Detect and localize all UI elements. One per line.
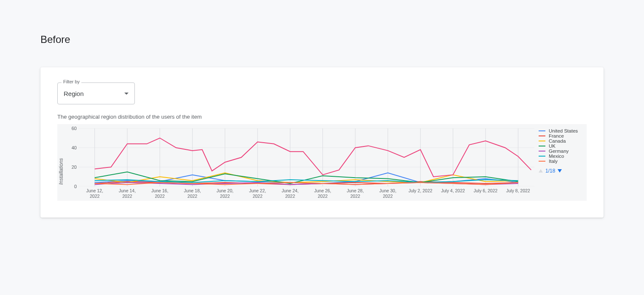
legend-label: France [549, 133, 564, 138]
filter-value: Region [64, 90, 84, 97]
legend-item[interactable]: Canada [539, 138, 584, 144]
legend-label: United States [549, 128, 578, 133]
x-tick: July 2, 2022 [408, 188, 432, 194]
legend-swatch [539, 161, 545, 162]
x-tick: June 24, 2022 [282, 188, 298, 199]
legend-item[interactable]: United States [539, 128, 584, 133]
series-line-top [95, 138, 531, 177]
x-tick: June 18, 2022 [184, 188, 201, 199]
pager-down-icon[interactable] [558, 169, 562, 173]
x-tick: June 14, 2022 [119, 188, 136, 199]
page-title: Before [40, 34, 604, 45]
legend-swatch [539, 130, 545, 131]
chart-card: Filter by Region The geographical region… [40, 67, 604, 218]
legend-swatch [539, 141, 545, 141]
x-axis: June 12, 2022June 14, 2022June 16, 2022J… [78, 186, 534, 199]
x-tick: June 30, 2022 [379, 188, 396, 199]
legend: United StatesFranceCanadaUKGermanyMexico… [534, 128, 584, 199]
y-axis-label: Installations [57, 128, 66, 199]
legend-item[interactable]: Italy [539, 159, 584, 164]
legend-item[interactable]: France [539, 133, 584, 138]
x-tick: July 4, 2022 [441, 188, 465, 194]
y-tick: 20 [72, 165, 77, 170]
legend-item[interactable]: Germany [539, 149, 584, 154]
pager-label: 1/18 [545, 168, 555, 174]
legend-swatch [539, 156, 545, 157]
x-tick: June 26, 2022 [314, 188, 331, 199]
filter-select[interactable]: Region [57, 82, 135, 104]
legend-label: Germany [549, 149, 569, 154]
legend-item[interactable]: Mexico [539, 154, 584, 159]
legend-label: UK [549, 144, 555, 149]
x-tick: June 20, 2022 [217, 188, 233, 199]
y-tick: 60 [72, 126, 77, 131]
pager-up-icon [539, 169, 543, 173]
legend-label: Mexico [549, 154, 564, 159]
x-tick: June 28, 2022 [347, 188, 364, 199]
legend-label: Italy [549, 159, 558, 164]
x-tick: June 12, 2022 [86, 188, 103, 199]
x-tick: June 16, 2022 [151, 188, 168, 199]
legend-swatch [539, 146, 545, 146]
legend-pager: 1/18 [539, 168, 584, 174]
plot-area: 0204060 [78, 128, 534, 186]
chart-description: The geographical region distribution of … [57, 114, 587, 120]
x-tick: June 22, 2022 [249, 188, 266, 199]
y-tick: 0 [74, 184, 77, 189]
chart: Installations 0204060 June 12, 2022June … [57, 124, 587, 201]
filter-label: Filter by [62, 79, 81, 84]
legend-item[interactable]: UK [539, 144, 584, 149]
legend-swatch [539, 151, 545, 151]
chevron-down-icon [124, 93, 129, 95]
legend-label: Canada [549, 138, 566, 144]
filter-by-field: Filter by Region [57, 82, 135, 104]
x-tick: July 8, 2022 [506, 188, 530, 194]
x-tick: July 6, 2022 [474, 188, 498, 194]
y-tick: 40 [72, 145, 77, 150]
legend-swatch [539, 136, 545, 136]
